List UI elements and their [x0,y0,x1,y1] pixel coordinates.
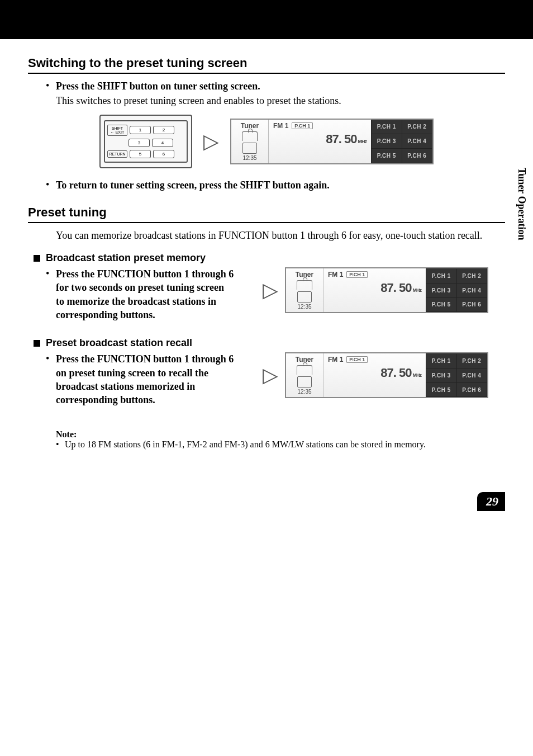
pch-cell-6: P.CH 6 [457,383,487,397]
tuner-band: FM 1 [328,271,343,278]
side-tab: Tuner Operation [516,168,527,240]
pch-cell-1: P.CH 1 [426,269,456,283]
note-text: Up to 18 FM stations (6 in FM-1, FM-2 an… [65,440,426,450]
section-heading-switching: Switching to the preset tuning screen [28,56,505,74]
remote-shift-label: SHIFT ← EXIT [107,125,127,136]
remote-btn-1: 1 [130,126,151,134]
bullet-text: Press the FUNCTION button 1 through 6 on… [56,352,235,407]
square-bullet-icon [34,255,40,262]
subheading-preset-memory: Broadcast station preset memory [28,252,505,264]
figure-remote-to-tuner: SHIFT ← EXIT 1 2 3 4 RETURN 5 6 ▷ [28,115,505,168]
remote-btn-5: 5 [130,150,151,158]
tuner-clock: 12:35 [297,304,311,310]
bullet-sub2: • Press the FUNCTION button 1 through 6 … [46,352,235,407]
tv-icon [297,376,312,388]
subheading-text: Preset broadcast station recall [46,337,192,349]
pch-cell-4: P.CH 4 [402,134,432,148]
bullet-text: Press the SHIFT button on tuner setting … [56,79,260,93]
section-heading-preset: Preset tuning [28,205,505,223]
tuner-band: FM 1 [273,122,288,130]
tuner-preset-grid: P.CH 1 P.CH 2 P.CH 3 P.CH 4 P.CH 5 P.CH … [371,120,432,163]
pch-cell-1: P.CH 1 [372,120,402,134]
tuner-freq-unit: MHz [413,287,422,293]
bullet-sub1: • Press the FUNCTION button 1 through 6 … [46,267,235,322]
bullet-dot: • [46,79,56,92]
tuner-screen-2: Tuner 12:35 FM 1 P.CH 1 87. 50MHz [285,267,488,313]
tuner-freq: 87. 50 [380,366,411,380]
square-bullet-icon [34,340,40,347]
antenna-icon [297,280,312,290]
tuner-pch-small: P.CH 1 [292,122,313,129]
preset-intro: You can memorize broadcast stations in F… [56,229,505,242]
tuner-pch-small: P.CH 1 [346,356,368,363]
tv-icon [242,143,257,154]
tuner-screen-1: Tuner 12:35 FM 1 P.CH 1 87. 50MHz P.CH 1… [230,119,434,164]
tuner-band: FM 1 [328,356,343,363]
tuner-freq-unit: MHz [358,139,367,144]
tuner-freq-unit: MHz [413,372,422,378]
bullet-dot: • [46,267,56,280]
pch-cell-6: P.CH 6 [402,149,432,163]
remote-btn-3: 3 [129,139,150,147]
tuner-pch-small: P.CH 1 [346,271,368,278]
remote-btn-4: 4 [152,139,173,147]
remote-btn-2: 2 [153,126,174,134]
tuner-clock: 12:35 [242,155,256,161]
pch-cell-2: P.CH 2 [457,354,487,368]
bullet-return-shift: • To return to tuner setting screen, pre… [46,178,505,192]
subheading-text: Broadcast station preset memory [46,252,206,264]
pch-cell-6: P.CH 6 [457,298,487,312]
remote-diagram: SHIFT ← EXIT 1 2 3 4 RETURN 5 6 [99,115,192,168]
tuner-freq: 87. 50 [326,132,356,146]
bullet-dot: • [56,440,65,450]
note-title: Note: [56,429,505,440]
bullet-dot: • [46,352,56,365]
pch-cell-3: P.CH 3 [372,134,402,148]
subheading-preset-recall: Preset broadcast station recall [28,337,505,349]
remote-btn-6: 6 [153,150,174,158]
tuner-freq: 87. 50 [380,281,411,295]
tuner-screen-3: Tuner 12:35 FM 1 P.CH 1 87. 50MHz [285,352,488,398]
tuner-preset-grid: P.CH 1 P.CH 2 P.CH 3 P.CH 4 P.CH 5 P.CH … [426,353,487,397]
pch-cell-5: P.CH 5 [372,149,402,163]
note-block: Note: • Up to 18 FM stations (6 in FM-1,… [56,429,505,450]
pch-cell-4: P.CH 4 [457,284,487,297]
bullet-text: To return to tuner setting screen, press… [56,178,330,192]
pch-cell-5: P.CH 5 [426,298,456,312]
arrow-icon: ▷ [263,280,278,300]
top-black-banner [0,0,533,39]
bullet-dot: • [46,178,56,191]
tuner-preset-grid: P.CH 1 P.CH 2 P.CH 3 P.CH 4 P.CH 5 P.CH … [426,268,487,312]
pch-cell-4: P.CH 4 [457,368,487,382]
arrow-icon: ▷ [263,365,278,385]
pch-cell-5: P.CH 5 [426,383,456,397]
page-content: Tuner Operation Switching to the preset … [0,39,533,517]
pch-cell-2: P.CH 2 [457,269,487,283]
bullet-press-shift: • Press the SHIFT button on tuner settin… [46,79,505,108]
tuner-clock: 12:35 [297,389,311,395]
pch-cell-2: P.CH 2 [402,120,432,134]
page-number: 29 [477,492,505,511]
pch-cell-1: P.CH 1 [426,354,456,368]
tv-icon [297,291,312,303]
antenna-icon [242,131,258,141]
bullet-subtext: This switches to preset tuning screen an… [56,94,505,107]
remote-return-label: RETURN [107,150,127,158]
pch-cell-3: P.CH 3 [426,284,456,297]
arrow-icon: ▷ [203,131,219,152]
pch-cell-3: P.CH 3 [426,368,456,382]
antenna-icon [297,365,312,375]
bullet-text: Press the FUNCTION button 1 through 6 fo… [56,267,235,322]
